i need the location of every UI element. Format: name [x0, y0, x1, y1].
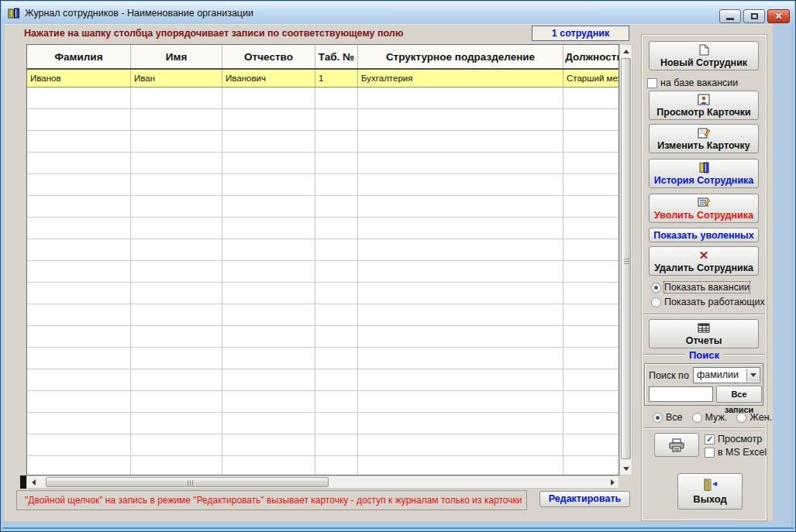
table-row-empty[interactable] [27, 174, 619, 196]
edit-card-label: Изменить Карточку [657, 140, 750, 151]
side-panel: Новый Сотрудник на базе вакансии Просмот… [641, 34, 767, 521]
vertical-scrollbar[interactable] [619, 44, 632, 475]
column-header-middlename[interactable]: Отчество [222, 45, 315, 68]
radio-icon[interactable] [692, 413, 702, 423]
show-fired-button[interactable]: Показать уволенных [649, 228, 759, 242]
gender-filter-group: Все Муж. Жен. [653, 412, 772, 423]
search-legend-label: Поиск [689, 349, 719, 361]
preview-label: Просмотр [718, 434, 762, 444]
print-button[interactable] [654, 433, 699, 457]
scroll-right-icon[interactable] [606, 476, 619, 488]
radio-icon[interactable] [736, 413, 746, 423]
preview-checkbox[interactable]: ✓ Просмотр [705, 434, 762, 444]
table-row-empty[interactable] [27, 239, 619, 261]
table-row-empty[interactable] [27, 88, 619, 109]
checkbox-icon[interactable] [647, 78, 657, 88]
new-employee-button[interactable]: Новый Сотрудник [649, 41, 759, 70]
radio-gender-male-label: Муж. [705, 412, 728, 423]
excel-checkbox[interactable]: в MS Excel [705, 447, 767, 458]
edit-mode-button[interactable]: Редактировать [539, 491, 630, 507]
edit-card-icon [698, 127, 710, 139]
view-card-button[interactable]: Просмотр Карточки [649, 91, 759, 120]
search-field-combobox[interactable]: фамилии [693, 367, 760, 383]
fire-document-icon [698, 197, 710, 209]
radio-icon[interactable] [651, 283, 661, 293]
vacancy-base-checkbox[interactable]: на базе вакансии [647, 77, 738, 88]
sort-hint-text: Нажатие на шапку столбца упорядочивает з… [24, 28, 403, 39]
radio-show-working-label: Показать работающих [664, 297, 765, 307]
table-row-empty[interactable] [27, 456, 619, 475]
table-row-empty[interactable] [27, 261, 619, 283]
new-employee-label: Новый Сотрудник [660, 57, 747, 68]
table-row-empty[interactable] [27, 326, 619, 348]
horizontal-scroll-thumb[interactable] [46, 477, 329, 487]
printer-icon [668, 438, 685, 452]
table-row-empty[interactable] [27, 218, 619, 239]
scroll-left-icon[interactable] [27, 476, 40, 488]
exit-button[interactable]: Выход [677, 473, 743, 510]
table-row-empty[interactable] [27, 131, 619, 153]
radio-icon[interactable] [651, 297, 661, 307]
view-card-label: Просмотр Карточки [656, 107, 750, 118]
table-row-selected[interactable]: Иванов Иван Иванович 1 Бухгалтерия Старш… [27, 70, 619, 88]
cell-department: Бухгалтерия [358, 70, 563, 87]
delete-employee-button[interactable]: ✕ Удалить Сотрудника [649, 246, 759, 276]
window-title: Журнал сотрудников - Наименование органи… [25, 8, 253, 19]
reports-label: Отчеты [686, 335, 722, 346]
divider [643, 427, 765, 429]
fire-employee-button[interactable]: Уволить Сотрудника [649, 194, 759, 223]
radio-icon[interactable] [653, 413, 663, 423]
maximize-button[interactable] [743, 9, 765, 23]
table-row-empty[interactable] [27, 391, 619, 413]
combobox-dropdown-button[interactable] [746, 369, 759, 382]
show-fired-label: Показать уволенных [653, 230, 754, 241]
maximize-icon [751, 13, 758, 19]
minimize-button[interactable] [719, 9, 741, 23]
radio-show-vacancies[interactable]: Показать вакансии [651, 282, 749, 293]
table-row-empty[interactable] [27, 304, 619, 326]
table-row-empty[interactable] [27, 369, 619, 391]
radio-gender-female[interactable]: Жен. [736, 412, 772, 423]
cell-lastname: Иванов [27, 70, 131, 87]
books-icon [8, 7, 20, 19]
search-field-value: фамилии [697, 369, 739, 380]
view-card-icon [698, 94, 710, 106]
title-bar: Журнал сотрудников - Наименование органи… [2, 2, 794, 24]
close-button[interactable]: ✕ [767, 9, 790, 23]
radio-gender-male[interactable]: Муж. [692, 412, 728, 423]
column-header-firstname[interactable]: Имя [131, 45, 222, 68]
search-by-label: Поиск по [649, 370, 689, 381]
all-records-button[interactable]: Все записи [716, 386, 762, 403]
history-button[interactable]: История Сотрудника [649, 159, 759, 188]
close-icon: ✕ [774, 11, 782, 22]
table-row-empty[interactable] [27, 153, 619, 174]
radio-gender-all[interactable]: Все [653, 412, 683, 423]
minimize-icon [726, 18, 734, 20]
vertical-scroll-thumb[interactable] [621, 58, 631, 459]
column-header-tabnumber[interactable]: Таб. № [315, 45, 358, 68]
reports-button[interactable]: Отчеты [649, 319, 759, 348]
scroll-up-icon[interactable] [620, 45, 632, 57]
table-row-empty[interactable] [27, 196, 619, 218]
search-input[interactable] [649, 386, 713, 402]
radio-show-working[interactable]: Показать работающих [651, 297, 765, 307]
checkbox-checked-icon[interactable]: ✓ [705, 434, 715, 444]
edit-card-button[interactable]: Изменить Карточку [649, 124, 759, 153]
table-row-empty[interactable] [27, 413, 619, 434]
column-header-department[interactable]: Структурное подразделение [358, 45, 563, 68]
checkbox-icon[interactable] [705, 448, 715, 458]
table-row-empty[interactable] [27, 283, 619, 304]
scroll-down-icon[interactable] [620, 462, 632, 475]
column-header-lastname[interactable]: Фамилия [27, 45, 131, 68]
table-header-row: Фамилия Имя Отчество Таб. № Структурное … [27, 45, 619, 70]
window-frame-edge [2, 527, 794, 529]
table-corner-marker [20, 475, 26, 489]
table-row-empty[interactable] [27, 109, 619, 131]
table-row-empty[interactable] [27, 434, 619, 456]
table-row-empty[interactable] [27, 348, 619, 369]
column-header-position[interactable]: Должность [563, 45, 619, 68]
app-window: Журнал сотрудников - Наименование органи… [0, 0, 796, 532]
horizontal-scrollbar[interactable] [26, 475, 619, 489]
delete-employee-label: Удалить Сотрудника [654, 263, 753, 273]
grid-empty-rows [27, 88, 619, 475]
